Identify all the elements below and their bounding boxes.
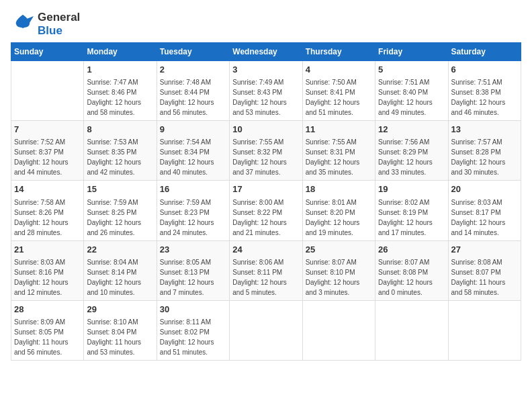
- cell-info: Sunrise: 7:55 AM Sunset: 8:31 PM Dayligh…: [306, 137, 372, 177]
- calendar-cell: 15Sunrise: 7:59 AM Sunset: 8:25 PM Dayli…: [84, 181, 157, 240]
- day-number: 25: [306, 244, 372, 256]
- cell-info: Sunrise: 8:01 AM Sunset: 8:20 PM Dayligh…: [306, 197, 372, 238]
- calendar-cell: 29Sunrise: 8:10 AM Sunset: 8:04 PM Dayli…: [84, 300, 157, 360]
- calendar-cell: 6Sunrise: 7:51 AM Sunset: 8:38 PM Daylig…: [448, 61, 521, 121]
- day-number: 8: [87, 124, 153, 136]
- calendar-cell: 20Sunrise: 8:03 AM Sunset: 8:17 PM Dayli…: [448, 181, 521, 240]
- day-number: 16: [160, 183, 226, 195]
- cell-info: Sunrise: 8:03 AM Sunset: 8:17 PM Dayligh…: [451, 197, 518, 238]
- cell-info: Sunrise: 7:52 AM Sunset: 8:37 PM Dayligh…: [14, 137, 81, 177]
- calendar-cell: 1Sunrise: 7:47 AM Sunset: 8:46 PM Daylig…: [84, 61, 157, 121]
- calendar-cell: 22Sunrise: 8:04 AM Sunset: 8:14 PM Dayli…: [84, 240, 157, 300]
- calendar-cell: 13Sunrise: 7:57 AM Sunset: 8:28 PM Dayli…: [448, 121, 521, 181]
- cell-info: Sunrise: 7:59 AM Sunset: 8:25 PM Dayligh…: [87, 197, 153, 238]
- calendar-cell: 9Sunrise: 7:54 AM Sunset: 8:34 PM Daylig…: [157, 121, 229, 181]
- cell-info: Sunrise: 7:51 AM Sunset: 8:38 PM Dayligh…: [451, 77, 518, 118]
- day-number: 12: [378, 124, 445, 136]
- day-number: 29: [87, 304, 153, 316]
- cell-info: Sunrise: 8:05 AM Sunset: 8:13 PM Dayligh…: [160, 257, 226, 298]
- calendar-cell: [448, 300, 521, 360]
- cell-info: Sunrise: 7:47 AM Sunset: 8:46 PM Dayligh…: [87, 77, 153, 118]
- calendar-cell: [375, 300, 448, 360]
- day-number: 11: [306, 124, 372, 136]
- header-sunday: Sunday: [11, 43, 84, 61]
- calendar-cell: [11, 61, 84, 121]
- cell-info: Sunrise: 8:06 AM Sunset: 8:11 PM Dayligh…: [232, 257, 299, 298]
- calendar-cell: 4Sunrise: 7:50 AM Sunset: 8:41 PM Daylig…: [302, 61, 375, 121]
- cell-info: Sunrise: 8:02 AM Sunset: 8:19 PM Dayligh…: [378, 197, 445, 238]
- calendar-cell: [230, 300, 302, 360]
- day-number: 18: [306, 183, 372, 195]
- day-number: 2: [160, 64, 226, 76]
- cell-info: Sunrise: 7:59 AM Sunset: 8:23 PM Dayligh…: [160, 197, 226, 238]
- header-saturday: Saturday: [448, 43, 521, 61]
- cell-info: Sunrise: 8:03 AM Sunset: 8:16 PM Dayligh…: [14, 257, 81, 298]
- day-number: 1: [87, 64, 153, 76]
- logo-general: General: [38, 11, 80, 24]
- calendar-cell: 7Sunrise: 7:52 AM Sunset: 8:37 PM Daylig…: [11, 121, 84, 181]
- cell-info: Sunrise: 7:49 AM Sunset: 8:43 PM Dayligh…: [232, 77, 299, 118]
- day-number: 23: [160, 244, 226, 256]
- calendar-cell: 5Sunrise: 7:51 AM Sunset: 8:40 PM Daylig…: [375, 61, 448, 121]
- day-number: 14: [14, 183, 81, 195]
- calendar-week-row: 28Sunrise: 8:09 AM Sunset: 8:05 PM Dayli…: [11, 300, 521, 360]
- calendar-cell: 23Sunrise: 8:05 AM Sunset: 8:13 PM Dayli…: [157, 240, 229, 300]
- calendar-cell: 10Sunrise: 7:55 AM Sunset: 8:32 PM Dayli…: [230, 121, 302, 181]
- cell-info: Sunrise: 7:50 AM Sunset: 8:41 PM Dayligh…: [306, 77, 372, 118]
- day-number: 3: [232, 64, 299, 76]
- calendar-table: SundayMondayTuesdayWednesdayThursdayFrid…: [11, 42, 521, 361]
- calendar-cell: 18Sunrise: 8:01 AM Sunset: 8:20 PM Dayli…: [302, 181, 375, 240]
- day-number: 24: [232, 244, 299, 256]
- calendar-cell: 8Sunrise: 7:53 AM Sunset: 8:35 PM Daylig…: [84, 121, 157, 181]
- calendar-cell: 30Sunrise: 8:11 AM Sunset: 8:02 PM Dayli…: [157, 300, 229, 360]
- calendar-cell: 19Sunrise: 8:02 AM Sunset: 8:19 PM Dayli…: [375, 181, 448, 240]
- day-number: 5: [378, 64, 445, 76]
- calendar-cell: 12Sunrise: 7:56 AM Sunset: 8:29 PM Dayli…: [375, 121, 448, 181]
- cell-info: Sunrise: 8:09 AM Sunset: 8:05 PM Dayligh…: [14, 317, 81, 357]
- cell-info: Sunrise: 8:07 AM Sunset: 8:08 PM Dayligh…: [378, 257, 445, 298]
- calendar-week-row: 1Sunrise: 7:47 AM Sunset: 8:46 PM Daylig…: [11, 61, 521, 121]
- header-friday: Friday: [375, 43, 448, 61]
- calendar-week-row: 7Sunrise: 7:52 AM Sunset: 8:37 PM Daylig…: [11, 121, 521, 181]
- logo-blue: Blue: [38, 24, 62, 37]
- day-number: 30: [160, 304, 226, 316]
- logo: General Blue: [11, 11, 80, 37]
- calendar-cell: [302, 300, 375, 360]
- day-number: 7: [14, 124, 81, 136]
- day-number: 9: [160, 124, 226, 136]
- calendar-cell: 25Sunrise: 8:07 AM Sunset: 8:10 PM Dayli…: [302, 240, 375, 300]
- day-number: 21: [14, 244, 81, 256]
- header-thursday: Thursday: [302, 43, 375, 61]
- logo-icon: [11, 13, 35, 35]
- calendar-cell: 3Sunrise: 7:49 AM Sunset: 8:43 PM Daylig…: [230, 61, 302, 121]
- cell-info: Sunrise: 7:57 AM Sunset: 8:28 PM Dayligh…: [451, 137, 518, 177]
- calendar-cell: 17Sunrise: 8:00 AM Sunset: 8:22 PM Dayli…: [230, 181, 302, 240]
- cell-info: Sunrise: 8:10 AM Sunset: 8:04 PM Dayligh…: [87, 317, 153, 357]
- calendar-cell: 21Sunrise: 8:03 AM Sunset: 8:16 PM Dayli…: [11, 240, 84, 300]
- calendar-cell: 2Sunrise: 7:48 AM Sunset: 8:44 PM Daylig…: [157, 61, 229, 121]
- cell-info: Sunrise: 7:58 AM Sunset: 8:26 PM Dayligh…: [14, 197, 81, 238]
- cell-info: Sunrise: 7:48 AM Sunset: 8:44 PM Dayligh…: [160, 77, 226, 118]
- calendar-cell: 11Sunrise: 7:55 AM Sunset: 8:31 PM Dayli…: [302, 121, 375, 181]
- header-wednesday: Wednesday: [230, 43, 302, 61]
- calendar-cell: 14Sunrise: 7:58 AM Sunset: 8:26 PM Dayli…: [11, 181, 84, 240]
- day-number: 17: [232, 183, 299, 195]
- day-number: 26: [378, 244, 445, 256]
- header-monday: Monday: [84, 43, 157, 61]
- day-number: 13: [451, 124, 518, 136]
- cell-info: Sunrise: 8:07 AM Sunset: 8:10 PM Dayligh…: [306, 257, 372, 298]
- cell-info: Sunrise: 7:54 AM Sunset: 8:34 PM Dayligh…: [160, 137, 226, 177]
- calendar-cell: 28Sunrise: 8:09 AM Sunset: 8:05 PM Dayli…: [11, 300, 84, 360]
- day-number: 10: [232, 124, 299, 136]
- day-number: 19: [378, 183, 445, 195]
- cell-info: Sunrise: 8:04 AM Sunset: 8:14 PM Dayligh…: [87, 257, 153, 298]
- cell-info: Sunrise: 8:00 AM Sunset: 8:22 PM Dayligh…: [232, 197, 299, 238]
- day-number: 28: [14, 304, 81, 316]
- calendar-cell: 16Sunrise: 7:59 AM Sunset: 8:23 PM Dayli…: [157, 181, 229, 240]
- day-number: 15: [87, 183, 153, 195]
- calendar-week-row: 14Sunrise: 7:58 AM Sunset: 8:26 PM Dayli…: [11, 181, 521, 240]
- calendar-cell: 24Sunrise: 8:06 AM Sunset: 8:11 PM Dayli…: [230, 240, 302, 300]
- day-number: 6: [451, 64, 518, 76]
- cell-info: Sunrise: 8:11 AM Sunset: 8:02 PM Dayligh…: [160, 317, 226, 357]
- cell-info: Sunrise: 7:56 AM Sunset: 8:29 PM Dayligh…: [378, 137, 445, 177]
